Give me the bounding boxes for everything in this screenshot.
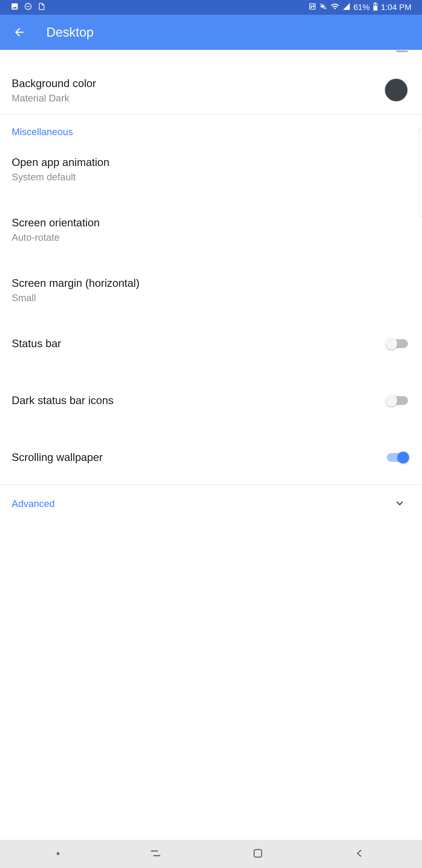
nav-dot-icon (56, 851, 60, 857)
row-screen-margin[interactable]: Screen margin (horizontal) Small (0, 266, 422, 314)
mute-icon (319, 2, 328, 12)
row-scrolling-wallpaper[interactable]: Scrolling wallpaper (0, 440, 422, 475)
row-title: Screen margin (horizontal) (12, 276, 410, 290)
row-background-color[interactable]: Background color Material Dark (0, 66, 422, 114)
partial-toggle-peek (396, 51, 408, 52)
row-title: Background color (12, 76, 385, 91)
row-open-app-animation[interactable]: Open app animation System default (0, 145, 422, 193)
scrollbar-hint (419, 129, 422, 217)
back-button[interactable] (12, 25, 26, 39)
battery-pct: 61% (353, 3, 370, 12)
doc-icon (37, 2, 46, 12)
nfc-icon (308, 2, 317, 12)
battery-icon (373, 2, 378, 12)
row-title: Screen orientation (12, 216, 410, 230)
dnd-icon (24, 2, 32, 12)
svg-point-6 (57, 852, 60, 855)
settings-list[interactable]: Background color Material Dark Miscellan… (0, 50, 422, 514)
row-screen-orientation[interactable]: Screen orientation Auto-rotate (0, 205, 422, 254)
system-status-bar: 61% 1:04 PM (0, 0, 422, 15)
advanced-label: Advanced (12, 498, 394, 509)
svg-rect-4 (375, 3, 376, 3)
row-subtitle: Material Dark (12, 93, 385, 104)
page-title: Desktop (46, 25, 94, 39)
row-advanced[interactable]: Advanced (0, 485, 422, 514)
app-bar: Desktop (0, 15, 422, 50)
chevron-down-icon (394, 497, 405, 510)
row-title: Status bar (12, 336, 387, 351)
toggle-scrolling-wallpaper[interactable] (387, 453, 408, 462)
nav-home-button[interactable] (252, 847, 264, 861)
row-title: Open app animation (12, 155, 410, 170)
row-subtitle: Small (12, 292, 410, 304)
image-icon (10, 2, 19, 12)
signal-icon (342, 2, 351, 12)
nav-back-button[interactable] (353, 847, 366, 861)
wifi-icon (331, 2, 339, 13)
system-nav-bar (0, 840, 422, 868)
clock-time: 1:04 PM (381, 3, 412, 12)
section-header-misc: Miscellaneous (0, 115, 422, 145)
toggle-dark-icons[interactable] (387, 396, 408, 405)
row-title: Dark status bar icons (12, 393, 387, 408)
toggle-status-bar[interactable] (387, 339, 408, 348)
svg-rect-7 (254, 849, 262, 857)
color-swatch[interactable] (385, 78, 408, 102)
row-status-bar[interactable]: Status bar (0, 326, 422, 362)
nav-recents-button[interactable] (149, 846, 163, 862)
row-dark-status-icons[interactable]: Dark status bar icons (0, 383, 422, 418)
row-subtitle: System default (12, 172, 410, 183)
row-title: Scrolling wallpaper (12, 450, 387, 465)
row-subtitle: Auto-rotate (12, 232, 410, 243)
